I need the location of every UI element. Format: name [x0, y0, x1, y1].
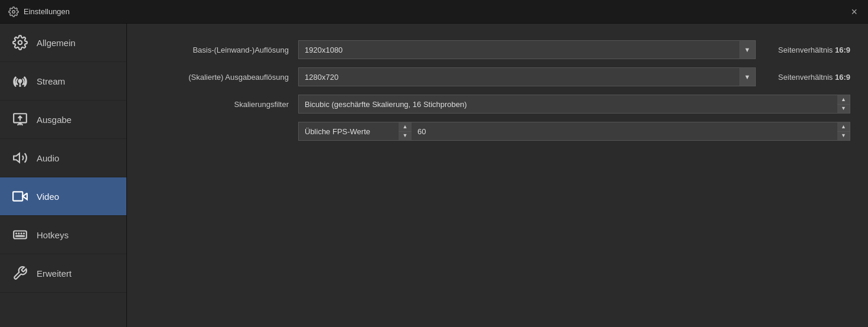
- sidebar-label-ausgabe: Ausgabe: [37, 115, 71, 125]
- gear-icon: [12, 34, 28, 51]
- basis-aufloesung-row: Basis-(Leinwand-)Auflösung 1920x1080 ▼ S…: [145, 40, 850, 59]
- skalierungsfilter-input[interactable]: [298, 95, 837, 114]
- fps-control: Übliche FPS-Werte ▲ ▼ ▲ ▼: [298, 122, 850, 141]
- fps-row: Übliche FPS-Werte ▲ ▼ ▲ ▼: [145, 122, 850, 141]
- svg-marker-8: [14, 153, 19, 162]
- fps-value-wrap: ▲ ▼: [412, 122, 850, 141]
- fps-type-select[interactable]: Übliche FPS-Werte: [298, 122, 399, 141]
- keyboard-icon: [12, 226, 28, 243]
- skalierungsfilter-row: Skalierungsfilter ▲ ▼: [145, 95, 850, 114]
- sidebar-item-video[interactable]: Video: [0, 177, 126, 216]
- skalierungsfilter-field-wrap: ▲ ▼: [298, 95, 850, 114]
- skalierungsfilter-spinners: ▲ ▼: [837, 95, 850, 114]
- fps-value-input[interactable]: [412, 122, 837, 141]
- sidebar-item-stream[interactable]: Stream: [0, 62, 126, 101]
- svg-rect-9: [13, 192, 22, 200]
- ausgabe-aufloesung-control: 1280x720 ▼ Seitenverhältnis 16:9: [298, 67, 850, 86]
- output-icon: [12, 111, 28, 128]
- titlebar-settings-icon: [8, 7, 19, 17]
- basis-aufloesung-arrow[interactable]: ▼: [739, 40, 756, 59]
- svg-point-1: [18, 41, 22, 45]
- close-button[interactable]: ×: [849, 5, 860, 18]
- ausgabe-aufloesung-row: (Skalierte) Ausgabeauflösung 1280x720 ▼ …: [145, 67, 850, 86]
- svg-point-3: [19, 85, 21, 87]
- skalierungsfilter-label: Skalierungsfilter: [145, 100, 298, 109]
- ausgabe-ratio-label: Seitenverhältnis 16:9: [756, 73, 850, 82]
- sidebar-label-erweitert: Erweitert: [37, 268, 71, 279]
- fps-value-spinners: ▲ ▼: [837, 122, 850, 141]
- ausgabe-aufloesung-select-wrap: 1280x720 ▼: [298, 67, 756, 86]
- fps-label-btn-wrap: Übliche FPS-Werte ▲ ▼: [298, 122, 412, 141]
- sidebar-label-stream: Stream: [37, 76, 65, 86]
- titlebar-left: Einstellungen: [8, 7, 70, 17]
- sidebar-label-video: Video: [37, 192, 59, 202]
- fps-type-spinners: ▲ ▼: [399, 122, 412, 141]
- audio-icon: [12, 150, 28, 166]
- sidebar-label-audio: Audio: [37, 153, 59, 163]
- fps-value-down[interactable]: ▼: [837, 132, 850, 141]
- sidebar-item-hotkeys[interactable]: Hotkeys: [0, 216, 126, 254]
- svg-point-0: [12, 10, 15, 13]
- sidebar-item-ausgabe[interactable]: Ausgabe: [0, 101, 126, 139]
- sidebar-item-allgemein[interactable]: Allgemein: [0, 24, 126, 62]
- sidebar-item-audio[interactable]: Audio: [0, 139, 126, 177]
- sidebar-item-erweitert[interactable]: Erweitert: [0, 254, 126, 293]
- basis-aufloesung-select[interactable]: 1920x1080: [298, 40, 739, 59]
- tools-icon: [12, 265, 28, 281]
- titlebar-title: Einstellungen: [24, 7, 70, 16]
- fps-type-down[interactable]: ▼: [399, 132, 412, 141]
- basis-aufloesung-control: 1920x1080 ▼ Seitenverhältnis 16:9: [298, 40, 850, 59]
- fps-value-up[interactable]: ▲: [837, 122, 850, 132]
- fps-type-up[interactable]: ▲: [399, 122, 412, 132]
- video-icon: [12, 188, 28, 205]
- skalierungsfilter-down[interactable]: ▼: [837, 105, 850, 114]
- stream-icon: [12, 73, 28, 89]
- sidebar-label-allgemein: Allgemein: [37, 38, 76, 48]
- ausgabe-aufloesung-select[interactable]: 1280x720: [298, 67, 739, 86]
- basis-ratio-label: Seitenverhältnis 16:9: [756, 46, 850, 54]
- titlebar: Einstellungen ×: [0, 0, 868, 24]
- content-area: Basis-(Leinwand-)Auflösung 1920x1080 ▼ S…: [127, 24, 868, 327]
- skalierungsfilter-up[interactable]: ▲: [837, 95, 850, 105]
- basis-aufloesung-select-wrap: 1920x1080 ▼: [298, 40, 756, 59]
- basis-aufloesung-label: Basis-(Leinwand-)Auflösung: [145, 46, 298, 54]
- svg-rect-10: [14, 231, 27, 239]
- main-layout: Allgemein Stream: [0, 24, 868, 327]
- ausgabe-aufloesung-arrow[interactable]: ▼: [739, 67, 756, 86]
- skalierungsfilter-control: ▲ ▼: [298, 95, 850, 114]
- ausgabe-aufloesung-label: (Skalierte) Ausgabeauflösung: [145, 73, 298, 82]
- sidebar: Allgemein Stream: [0, 24, 127, 327]
- sidebar-label-hotkeys: Hotkeys: [37, 230, 68, 240]
